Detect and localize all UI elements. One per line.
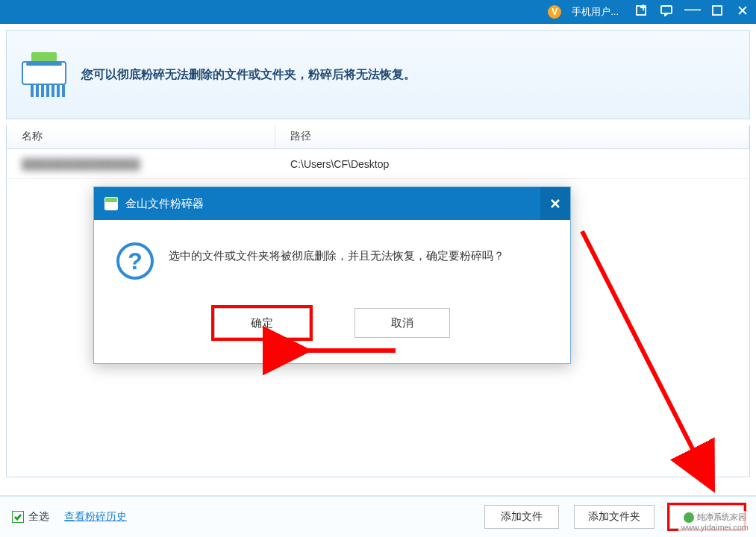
add-file-button[interactable]: 添加文件 <box>484 505 559 529</box>
dialog-button-row: 确定 取消 <box>94 287 570 363</box>
share-icon[interactable] <box>634 4 649 19</box>
watermark-logo-icon <box>684 512 694 523</box>
vip-badge: V <box>548 5 561 19</box>
confirm-dialog: 金山文件粉碎器 ? 选中的文件或文件夹将被彻底删除，并且无法恢复，确定要粉碎吗？… <box>93 186 571 364</box>
confirm-ok-button[interactable]: 确定 <box>214 308 310 338</box>
minimize-icon[interactable]: — <box>684 5 699 13</box>
svg-rect-4 <box>713 6 722 15</box>
select-all-label: 全选 <box>28 510 49 524</box>
feedback-icon[interactable] <box>659 4 674 19</box>
dialog-app-icon <box>104 197 118 210</box>
dialog-titlebar: 金山文件粉碎器 <box>94 187 570 220</box>
user-label[interactable]: 手机用户... <box>572 5 619 19</box>
dialog-title: 金山文件粉碎器 <box>125 197 204 211</box>
column-header-name[interactable]: 名称 <box>7 125 275 148</box>
cell-name: ████████████████ <box>7 158 275 170</box>
window-titlebar: V 手机用户... — <box>0 0 756 24</box>
maximize-icon[interactable] <box>710 4 725 19</box>
shred-history-link[interactable]: 查看粉碎历史 <box>64 510 127 524</box>
dialog-body: ? 选中的文件或文件夹将被彻底删除，并且无法恢复，确定要粉碎吗？ <box>94 220 570 287</box>
question-icon: ? <box>116 242 154 280</box>
shredder-icon <box>22 52 66 97</box>
table-row[interactable]: ████████████████ C:\Users\CF\Desktop <box>7 149 749 179</box>
table-header: 名称 路径 <box>6 125 750 149</box>
cell-path: C:\Users\CF\Desktop <box>275 158 749 170</box>
dialog-message: 选中的文件或文件夹将被彻底删除，并且无法恢复，确定要粉碎吗？ <box>169 242 504 265</box>
header-panel: 您可以彻底粉碎无法删除的文件或文件夹，粉碎后将无法恢复。 <box>6 30 750 119</box>
watermark-url: www.yidaimei.com <box>681 523 749 532</box>
close-window-icon[interactable] <box>735 4 750 19</box>
svg-rect-3 <box>661 6 672 13</box>
checkbox-icon <box>12 511 24 523</box>
header-description: 您可以彻底粉碎无法删除的文件或文件夹，粉碎后将无法恢复。 <box>81 67 416 83</box>
dialog-close-button[interactable] <box>540 187 570 220</box>
confirm-cancel-button[interactable]: 取消 <box>354 308 450 338</box>
column-header-path[interactable]: 路径 <box>275 125 749 148</box>
watermark: 纯净系统家园 www.yidaimei.com <box>678 511 752 534</box>
footer-toolbar: 全选 查看粉碎历史 添加文件 添加文件夹 开始粉碎 <box>0 495 756 537</box>
watermark-text: 纯净系统家园 <box>697 512 746 521</box>
select-all-checkbox[interactable]: 全选 <box>12 510 49 524</box>
add-folder-button[interactable]: 添加文件夹 <box>574 505 655 529</box>
